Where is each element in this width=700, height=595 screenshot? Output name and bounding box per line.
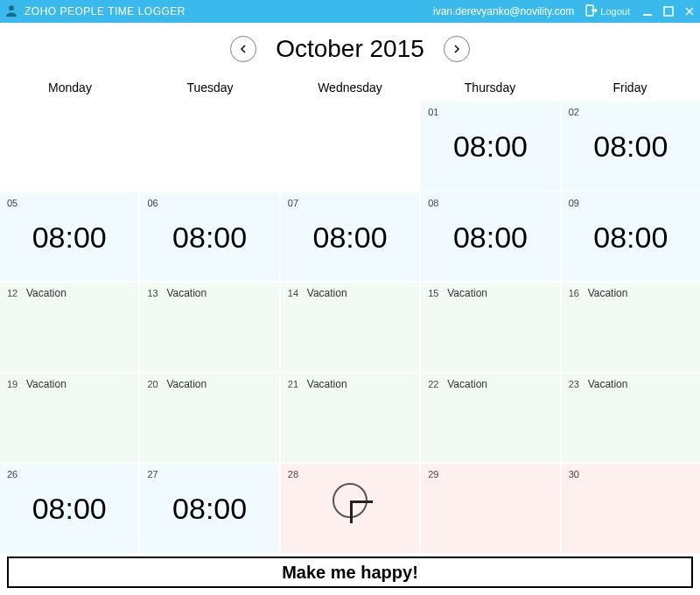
cell-date: 16: [569, 288, 579, 298]
cell-label: Vacation: [307, 378, 347, 390]
calendar-cell[interactable]: 21Vacation: [279, 374, 419, 463]
cell-date: 26: [7, 469, 18, 480]
day-header: Monday: [0, 75, 140, 100]
cell-time: 08:00: [0, 220, 138, 255]
calendar-grid: Monday Tuesday Wednesday Thursday Friday…: [0, 75, 700, 553]
day-header: Tuesday: [140, 75, 280, 100]
cell-date: 08: [428, 198, 438, 208]
month-title: October 2015: [276, 35, 424, 63]
calendar-cell[interactable]: 22Vacation: [419, 374, 559, 463]
calendar-cell[interactable]: 12Vacation: [0, 283, 138, 372]
cell-date: 23: [569, 379, 579, 389]
titlebar: ZOHO PEOPLE TIME LOGGER ivan.derevyanko@…: [0, 0, 700, 23]
calendar-cell[interactable]: 0808:00: [419, 192, 559, 282]
calendar-cell[interactable]: 2708:00: [138, 464, 278, 553]
cell-label: Vacation: [588, 287, 628, 299]
cell-date: 01: [428, 107, 438, 117]
logout-button[interactable]: Logout: [581, 0, 634, 23]
calendar-cell[interactable]: 0608:00: [138, 192, 278, 282]
window-maximize-button[interactable]: [658, 0, 679, 23]
calendar-cell[interactable]: [138, 102, 278, 191]
make-me-happy-button[interactable]: Make me happy!: [7, 556, 693, 588]
cell-date: 20: [147, 379, 158, 389]
cell-date: 21: [288, 379, 298, 389]
calendar-cell[interactable]: 0708:00: [279, 192, 419, 282]
app-title: ZOHO PEOPLE TIME LOGGER: [24, 5, 186, 18]
cell-date: 05: [7, 198, 18, 208]
day-headers-row: Monday Tuesday Wednesday Thursday Friday: [0, 75, 700, 100]
cell-label: Vacation: [166, 378, 206, 390]
cell-date: 12: [7, 288, 18, 298]
calendar-cell[interactable]: 0908:00: [560, 192, 700, 282]
cell-time: 08:00: [421, 130, 559, 164]
logout-label: Logout: [600, 6, 630, 17]
calendar-cell[interactable]: 15Vacation: [419, 283, 559, 372]
calendar-cell[interactable]: 13Vacation: [138, 283, 278, 372]
day-header: Friday: [560, 75, 700, 100]
cell-date: 29: [428, 469, 438, 480]
calendar-cell[interactable]: 16Vacation: [560, 283, 700, 372]
app-window: ZOHO PEOPLE TIME LOGGER ivan.derevyanko@…: [0, 0, 700, 595]
svg-rect-3: [664, 7, 673, 16]
cell-label: Vacation: [588, 378, 628, 390]
cell-time: 08:00: [140, 492, 278, 526]
cell-date: 02: [569, 107, 579, 117]
calendar-cell[interactable]: 0508:00: [0, 192, 138, 282]
calendar-cell[interactable]: 2608:00: [0, 464, 138, 553]
cell-time: 08:00: [281, 220, 419, 255]
calendar-week: 12Vacation13Vacation14Vacation15Vacation…: [0, 281, 700, 372]
cell-label: Vacation: [447, 378, 487, 390]
make-me-happy-label: Make me happy!: [282, 563, 418, 583]
cell-date: 06: [147, 198, 158, 208]
cell-date: 15: [428, 288, 438, 298]
calendar-cell[interactable]: [0, 102, 138, 191]
cell-label: Vacation: [447, 287, 487, 299]
month-navigation: October 2015: [0, 23, 700, 75]
svg-rect-2: [643, 14, 652, 16]
cell-label: Vacation: [307, 287, 347, 299]
cell-date: 28: [288, 469, 298, 480]
calendar-cell[interactable]: 30: [560, 464, 700, 553]
cell-date: 14: [288, 288, 298, 298]
window-close-button[interactable]: [679, 0, 700, 23]
cell-label: Vacation: [166, 287, 206, 299]
cell-date: 19: [7, 379, 18, 389]
calendar-cell[interactable]: 23Vacation: [560, 374, 700, 463]
cell-date: 30: [569, 469, 579, 480]
cell-label: Vacation: [26, 287, 66, 299]
calendar-cell[interactable]: 29: [419, 464, 559, 553]
logout-icon: [584, 4, 598, 20]
calendar-cell[interactable]: 19Vacation: [0, 374, 138, 463]
window-minimize-button[interactable]: [637, 0, 658, 23]
cell-time: 08:00: [140, 220, 278, 255]
app-logo-icon: [2, 2, 21, 21]
calendar-cell[interactable]: 20Vacation: [138, 374, 278, 463]
calendar-cell[interactable]: 14Vacation: [279, 283, 419, 372]
cell-time: 08:00: [562, 130, 700, 164]
calendar-cell[interactable]: 0108:00: [419, 102, 559, 191]
calendar-week: 0108:000208:00: [0, 100, 700, 191]
cell-time: 08:00: [421, 220, 559, 255]
user-email: ivan.derevyanko@novility.com: [433, 5, 574, 18]
cell-time: 08:00: [0, 492, 138, 526]
cell-date: 13: [147, 288, 158, 298]
day-header: Thursday: [420, 75, 560, 100]
cell-date: 27: [147, 469, 158, 480]
calendar-week: 19Vacation20Vacation21Vacation22Vacation…: [0, 372, 700, 463]
cell-label: Vacation: [26, 378, 66, 390]
cell-date: 22: [428, 379, 438, 389]
calendar-cell[interactable]: 28: [279, 464, 419, 553]
cell-time: 08:00: [562, 220, 700, 255]
cell-date: 09: [569, 198, 579, 208]
calendar-week: 0508:000608:000708:000808:000908:00: [0, 191, 700, 282]
svg-point-0: [9, 5, 14, 10]
day-header: Wednesday: [280, 75, 420, 100]
cell-date: 07: [288, 198, 298, 208]
prev-month-button[interactable]: [230, 36, 256, 62]
add-time-button[interactable]: [332, 483, 368, 518]
calendar-cell[interactable]: 0208:00: [560, 102, 700, 191]
calendar-week: 2608:002708:00282930: [0, 462, 700, 553]
calendar-cell[interactable]: [279, 102, 419, 191]
next-month-button[interactable]: [444, 36, 470, 62]
